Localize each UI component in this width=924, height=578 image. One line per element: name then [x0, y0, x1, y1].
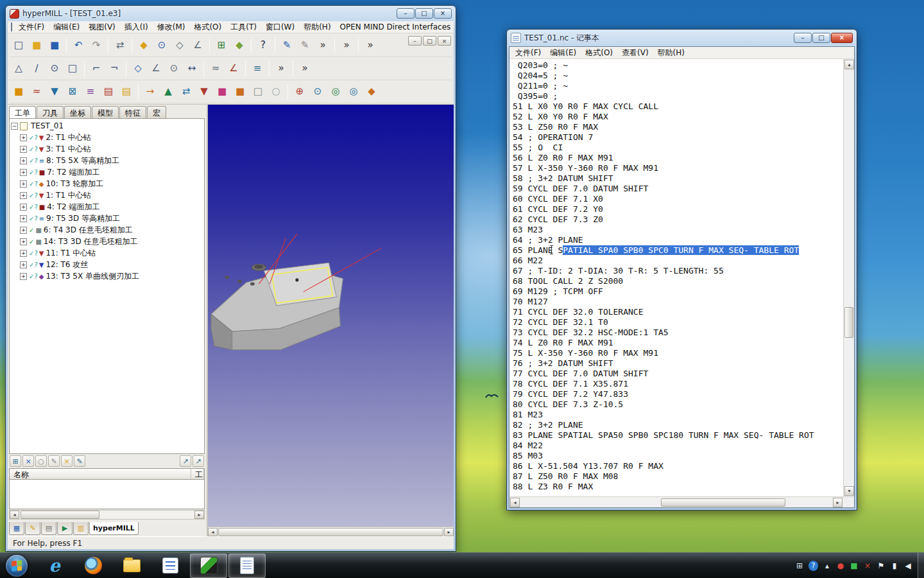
expand-icon[interactable]: +: [20, 180, 27, 188]
scroll-right-arrow[interactable]: ▸: [444, 528, 454, 536]
stats-icon[interactable]: ▲: [160, 83, 176, 100]
overflow-chevron[interactable]: »: [296, 60, 313, 77]
show-hidden-icons[interactable]: ▴: [823, 561, 832, 571]
link-icon[interactable]: ⇄: [112, 37, 128, 54]
measure-icon[interactable]: ∠: [189, 37, 206, 54]
menu-item[interactable]: 帮助(H): [653, 46, 689, 60]
select-check-icon[interactable]: ⊠: [64, 83, 81, 100]
scroll-thumb[interactable]: [21, 511, 99, 519]
menu-item[interactable]: 编辑(E): [49, 21, 84, 34]
hypermill-titlebar[interactable]: hyperMILL - [TEST_01.e3] –□×: [8, 6, 454, 21]
menu-item[interactable]: 视图(V): [84, 21, 120, 34]
start-button[interactable]: [6, 555, 28, 577]
library-icon[interactable]: ≡: [82, 83, 99, 100]
tree-job-item[interactable]: +✓■14: T3 3D 任意毛坯粗加工: [11, 236, 204, 247]
menu-item[interactable]: OPEN MIND Direct Interfaces: [336, 21, 456, 33]
job-tree[interactable]: −TEST_01+✓?▼2: T1 中心钻+✓?▼3: T1 中心钻+✓?≡8:…: [9, 118, 205, 454]
delete-icon[interactable]: ×: [22, 455, 34, 467]
notepad-taskbar-button[interactable]: [228, 554, 266, 578]
volume-icon[interactable]: ◀: [903, 561, 912, 571]
input-indicator-icon[interactable]: ⊞: [795, 561, 804, 571]
status-green-icon[interactable]: ■: [850, 561, 859, 571]
transform-icon[interactable]: →: [142, 83, 158, 100]
stock-icon[interactable]: ■: [10, 83, 27, 100]
solid-box-icon[interactable]: ◆: [135, 37, 152, 54]
scroll-right-arrow[interactable]: ▸: [194, 511, 204, 519]
tree-job-item[interactable]: +✓?■4: T2 端面加工: [11, 201, 204, 213]
status-red-icon[interactable]: ●: [836, 561, 845, 571]
tree-job-item[interactable]: +✓?◆10: T3 轮廓加工: [11, 178, 204, 189]
collapse-expander[interactable]: −: [11, 123, 18, 130]
expand-icon[interactable]: +: [20, 134, 27, 141]
menu-item[interactable]: 帮助(H): [299, 21, 335, 34]
chamfer-icon[interactable]: ¬: [106, 60, 123, 77]
fillet-icon[interactable]: ⌐: [88, 60, 105, 77]
menu-item[interactable]: 窗口(W): [261, 21, 299, 34]
pop-out-icon[interactable]: ↗: [180, 455, 191, 467]
hypermill-window[interactable]: hyperMILL - [TEST_01.e3] –□× 文件(F)编辑(E)视…: [5, 5, 456, 552]
shaded-view-icon[interactable]: ◆: [231, 37, 248, 54]
tree-job-item[interactable]: +✓?◆13: T3 5X 单曲线侧刃加工: [11, 270, 204, 282]
z-offset-icon[interactable]: ≈: [207, 60, 224, 77]
hm-close-button[interactable]: ×: [434, 8, 452, 19]
boundary-icon[interactable]: □: [250, 83, 266, 100]
child-minimize-button[interactable]: –: [408, 36, 422, 46]
compare-icon[interactable]: ⇄: [178, 83, 194, 100]
tree-job-item[interactable]: +✓?▼1: T1 中心钻: [11, 189, 204, 201]
help-icon[interactable]: ?: [809, 561, 818, 571]
scroll-down-arrow[interactable]: ▾: [844, 486, 854, 496]
settings-doc-icon[interactable]: ✎: [296, 37, 313, 54]
tree-job-item[interactable]: +✓?≡9: T5 3D 等高精加工: [11, 213, 204, 224]
overflow-chevron[interactable]: »: [338, 37, 355, 54]
tree-job-item[interactable]: +✓?▼3: T1 中心钻: [11, 143, 204, 155]
view-rotate-icon[interactable]: ◎: [327, 83, 344, 100]
scroll-left-arrow[interactable]: ◂: [10, 511, 19, 519]
scroll-track[interactable]: [19, 511, 194, 519]
measure-angle-icon[interactable]: ∠: [148, 60, 164, 77]
expand-icon[interactable]: +: [20, 238, 27, 245]
tab-edit-icon[interactable]: ✎: [25, 522, 40, 535]
context-help-icon[interactable]: ?: [255, 37, 271, 54]
expand-icon[interactable]: +: [20, 204, 27, 211]
redo-icon[interactable]: ↷: [88, 37, 105, 54]
surface-icon[interactable]: ○: [268, 83, 284, 100]
overflow-chevron[interactable]: »: [362, 37, 379, 54]
tree-job-item[interactable]: +✓?≡8: T5 5X 等高精加工: [11, 155, 204, 166]
analyze-icon[interactable]: ⊙: [153, 37, 170, 54]
scroll-thumb[interactable]: [661, 498, 785, 507]
scroll-thumb[interactable]: [218, 528, 443, 536]
view-globe-icon[interactable]: ◎: [345, 83, 362, 100]
menu-item[interactable]: 文件(F): [14, 21, 49, 34]
scroll-left-arrow[interactable]: ◂: [510, 498, 520, 507]
panel-tab-坐标[interactable]: 坐标: [64, 106, 91, 118]
expand-icon[interactable]: +: [20, 146, 27, 153]
child-close-button[interactable]: ×: [438, 36, 451, 46]
panel-tab-特征[interactable]: 特征: [119, 106, 146, 118]
np-maximize-button[interactable]: □: [812, 33, 830, 43]
joblist-yellow-icon[interactable]: ▤: [118, 83, 135, 100]
ie-taskbar-button[interactable]: e: [36, 554, 73, 578]
properties-icon[interactable]: ✎: [74, 455, 85, 467]
scroll-track[interactable]: [844, 70, 854, 486]
pocket-orange-icon[interactable]: ■: [232, 83, 248, 100]
tree-job-item[interactable]: +✓?■7: T2 端面加工: [11, 166, 204, 178]
zoom-in-icon[interactable]: ⊕: [291, 83, 308, 100]
expand-icon[interactable]: +: [20, 273, 27, 280]
panel-tab-宏[interactable]: 宏: [147, 106, 166, 118]
activity-icon[interactable]: ▮: [890, 561, 899, 571]
measure-point-icon[interactable]: ◇: [130, 60, 146, 77]
error-icon[interactable]: ×: [863, 561, 872, 571]
expand-icon[interactable]: +: [20, 169, 27, 176]
measure-gear-icon[interactable]: ⊙: [166, 60, 182, 77]
expand-icon[interactable]: +: [20, 157, 27, 164]
overflow-chevron[interactable]: »: [314, 37, 331, 54]
viewport-hscrollbar[interactable]: ◂ ▸: [208, 527, 454, 536]
tree-job-item[interactable]: +✓?▼12: T6 攻丝: [11, 259, 204, 270]
circle-icon[interactable]: ⊙: [46, 60, 63, 77]
menu-item[interactable]: 查看(V): [617, 46, 653, 60]
layers-icon[interactable]: ≡: [249, 60, 266, 77]
expand-icon[interactable]: +: [20, 192, 27, 199]
notepad-window[interactable]: TEST_01.nc - 记事本 –□× 文件(F)编辑(E)格式(O)查看(V…: [506, 29, 857, 511]
menu-item[interactable]: 编辑(E): [545, 46, 581, 60]
menu-item[interactable]: 工具(T): [226, 21, 261, 34]
